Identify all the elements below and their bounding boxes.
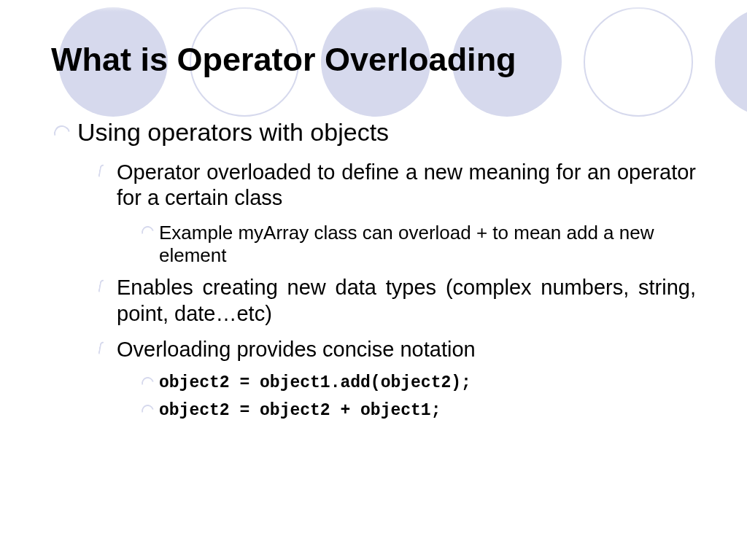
- bullet-level3-code: object2 = object2 + object1;: [142, 400, 696, 421]
- bullet-level2: Operator overloaded to define a new mean…: [98, 160, 696, 211]
- bullet-level2-group: Operator overloaded to define a new mean…: [51, 160, 696, 421]
- bullet-level1: Using operators with objects: [51, 118, 696, 147]
- bullet-level2: Enables creating new data types (complex…: [98, 275, 696, 327]
- bullet-level3: Example myArray class can overload + to …: [142, 222, 696, 268]
- bullet-level3-group: object2 = object1.add(object2); object2 …: [98, 373, 696, 421]
- bullet-level3-group: Example myArray class can overload + to …: [98, 222, 696, 268]
- bullet-level2: Overloading provides concise notation: [98, 337, 696, 362]
- slide-content: What is Operator Overloading Using opera…: [0, 0, 747, 421]
- slide-title: What is Operator Overloading: [51, 41, 696, 79]
- bullet-level3-code: object2 = object1.add(object2);: [142, 373, 696, 393]
